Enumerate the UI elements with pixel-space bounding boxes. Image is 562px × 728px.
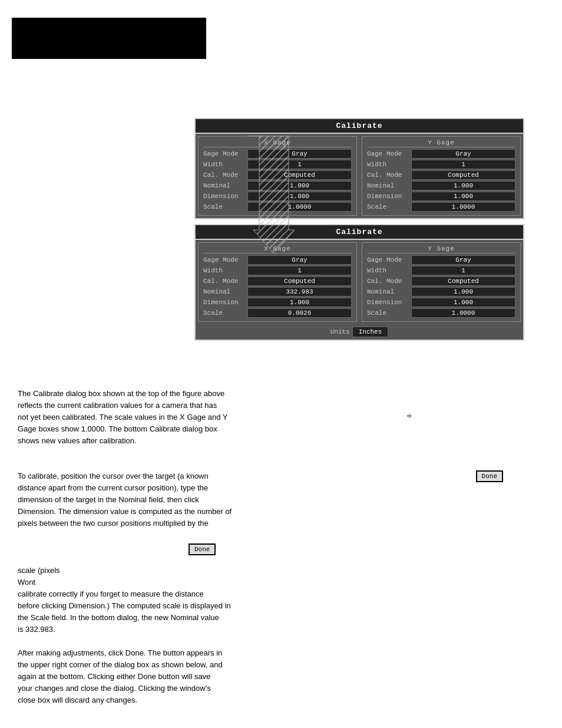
units-value: Inches (352, 327, 389, 337)
y-gage-bottom-label-5: Scale (367, 309, 411, 317)
units-row: Units Inches (196, 324, 523, 340)
body-text-1: The Calibrate dialog box shown at the to… (18, 389, 224, 398)
y-gage-top-label-5: Scale (367, 203, 411, 210)
x-gage-bottom-value-2: Computed (247, 276, 352, 286)
x-gage-bottom-field-4: Dimension 1.000 (203, 298, 352, 307)
body-text-20: again at the bottom. Clicking either Don… (18, 672, 210, 681)
x-gage-bottom-label-4: Dimension (203, 299, 247, 306)
x-gage-top-field-3: Nominal 1.000 (203, 181, 352, 190)
x-gage-bottom-field-5: Scale 0.0026 (203, 308, 352, 318)
y-gage-bottom-field-2: Cal. Mode Computed (367, 276, 515, 286)
y-gage-bottom-value-1: 1 (411, 266, 515, 275)
body-text-21: your changes and close the dialog. Click… (18, 684, 211, 693)
x-gage-bottom-value-1: 1 (247, 266, 352, 275)
y-gage-bottom-value-0: Gray (411, 255, 515, 265)
x-gage-bottom-field-2: Cal. Mode Computed (203, 276, 352, 286)
y-gage-top-label-0: Gage Mode (367, 150, 411, 157)
body-text-3: not yet been calibrated. The scale value… (18, 413, 228, 421)
y-gage-top-value-1: 1 (411, 160, 515, 169)
y-gage-top-value-3: 1.000 (411, 181, 515, 190)
body-text-13: Wont (18, 578, 35, 587)
calibrate-top-title: Calibrate (196, 119, 523, 134)
y-gage-bottom-header: Y Gage (367, 245, 515, 253)
body-text-10: Dimension. The dimension value is comput… (18, 507, 232, 516)
body-text-19: the upper right corner of the dialog box… (18, 660, 223, 669)
x-gage-bottom-value-5: 0.0026 (247, 308, 352, 318)
calibrate-bottom-gage-row: X Gage Gage Mode Gray Width 1 Cal. Mode … (196, 240, 523, 324)
y-gage-bottom-label-0: Gage Mode (367, 256, 411, 263)
x-gage-top-label-0: Gage Mode (203, 150, 247, 157)
calibrate-bottom-title: Calibrate (196, 225, 523, 240)
body-text-15: before clicking Dimension.) The computed… (18, 601, 231, 610)
y-gage-bottom: Y Gage Gage Mode Gray Width 1 Cal. Mode … (362, 242, 521, 322)
x-gage-top-value-2: Computed (247, 170, 352, 180)
y-gage-top-field-4: Dimension 1.000 (367, 192, 515, 201)
y-gage-bottom-value-3: 1.000 (411, 287, 515, 297)
y-gage-top-value-5: 1.0000 (411, 202, 515, 212)
x-gage-top-field-1: Width 1 (203, 160, 352, 169)
done-button-top[interactable]: Done (476, 470, 503, 482)
x-gage-top-field-4: Dimension 1.000 (203, 192, 352, 201)
y-gage-top-value-4: 1.000 (411, 192, 515, 201)
y-gage-top-value-2: Computed (411, 170, 515, 180)
x-gage-top-field-5: Scale 1.0000 (203, 202, 352, 212)
y-gage-top-field-5: Scale 1.0000 (367, 202, 515, 212)
calibrate-panels-container: Calibrate X Gage Gage Mode Gray Width 1 … (194, 118, 524, 341)
y-gage-top-field-2: Cal. Mode Computed (367, 170, 515, 180)
header-bar (12, 18, 206, 59)
body-text-2: reflects the current calibration values … (18, 401, 217, 410)
y-gage-bottom-field-3: Nominal 1.000 (367, 287, 515, 297)
x-gage-bottom-field-1: Width 1 (203, 266, 352, 275)
y-gage-bottom-field-4: Dimension 1.000 (367, 298, 515, 307)
units-label: Units (330, 328, 350, 335)
y-gage-top-label-2: Cal. Mode (367, 172, 411, 179)
x-gage-top-value-5: 1.0000 (247, 202, 352, 212)
y-gage-bottom-value-4: 1.000 (411, 298, 515, 307)
y-gage-bottom-value-2: Computed (411, 276, 515, 286)
done-button-bottom[interactable]: Done (189, 543, 216, 555)
x-gage-bottom-label-5: Scale (203, 309, 247, 317)
body-text-5: shows new values after calibration. (18, 436, 137, 445)
y-gage-bottom-field-1: Width 1 (367, 266, 515, 275)
x-gage-top-value-0: Gray (247, 149, 352, 159)
x-gage-bottom-label-3: Nominal (203, 288, 247, 295)
x-gage-top-value-1: 1 (247, 160, 352, 169)
y-gage-top-label-1: Width (367, 161, 411, 168)
y-gage-top-field-1: Width 1 (367, 160, 515, 169)
x-gage-bottom-label-0: Gage Mode (203, 256, 247, 263)
y-gage-top-field-0: Gage Mode Gray (367, 149, 515, 159)
body-text-12: scale (pixels (18, 566, 60, 575)
y-gage-top-header: Y Gage (367, 139, 515, 147)
x-gage-bottom-label-1: Width (203, 267, 247, 274)
body-text-22: close box will discard any changes. (18, 696, 137, 704)
y-gage-bottom-label-1: Width (367, 267, 411, 274)
y-gage-bottom-value-5: 1.0000 (411, 308, 515, 318)
y-gage-bottom-field-0: Gage Mode Gray (367, 255, 515, 265)
y-gage-top-value-0: Gray (411, 149, 515, 159)
x-gage-bottom: X Gage Gage Mode Gray Width 1 Cal. Mode … (198, 242, 357, 322)
body-text-16: the Scale field. In the bottom dialog, t… (18, 613, 219, 622)
y-gage-bottom-field-5: Scale 1.0000 (367, 308, 515, 318)
body-text-14: calibrate correctly if you forget to mea… (18, 589, 204, 598)
y-gage-bottom-label-3: Nominal (367, 288, 411, 295)
calibrate-panel-bottom: Calibrate X Gage Gage Mode Gray Width 1 … (194, 224, 524, 341)
y-gage-top-field-3: Nominal 1.000 (367, 181, 515, 190)
x-gage-top-label-5: Scale (203, 203, 247, 210)
calibrate-top-gage-row: X Gage Gage Mode Gray Width 1 Cal. Mode … (196, 134, 523, 218)
body-text-9: dimension of the target in the Nominal f… (18, 495, 199, 504)
x-gage-bottom-value-0: Gray (247, 255, 352, 265)
division-symbol: ÷ (406, 411, 412, 422)
x-gage-top-label-2: Cal. Mode (203, 172, 247, 179)
y-gage-bottom-label-4: Dimension (367, 299, 411, 306)
x-gage-top: X Gage Gage Mode Gray Width 1 Cal. Mode … (198, 136, 357, 216)
x-gage-bottom-value-3: 332.983 (247, 287, 352, 297)
x-gage-top-value-3: 1.000 (247, 181, 352, 190)
calibrate-panel-top: Calibrate X Gage Gage Mode Gray Width 1 … (194, 118, 524, 219)
x-gage-top-label-4: Dimension (203, 193, 247, 200)
x-gage-bottom-header: X Gage (203, 245, 352, 253)
x-gage-top-header: X Gage (203, 139, 352, 147)
body-text-4: Gage boxes show 1.0000. The bottom Calib… (18, 424, 217, 433)
body-text-18: After making adjustments, click Done. Th… (18, 648, 222, 657)
y-gage-bottom-label-2: Cal. Mode (367, 278, 411, 285)
x-gage-top-field-2: Cal. Mode Computed (203, 170, 352, 180)
